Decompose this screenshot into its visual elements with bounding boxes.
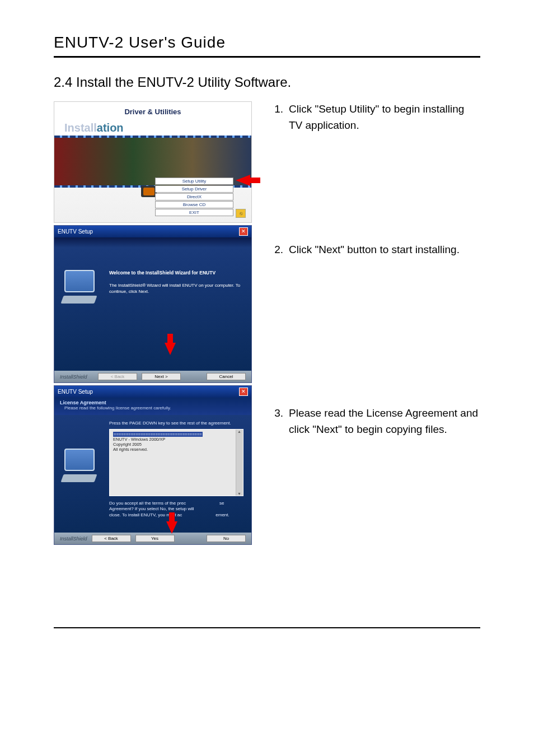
- menu-setup-utility[interactable]: Setup Utility: [155, 178, 233, 185]
- installshield-brand: InstallShield: [60, 536, 87, 542]
- computer-icon: [62, 449, 98, 482]
- step-number: 1.: [268, 101, 289, 133]
- menu-setup-driver[interactable]: Setup Driver: [155, 185, 233, 193]
- next-button[interactable]: Next >: [142, 373, 181, 380]
- computer-icon: [62, 270, 98, 304]
- back-button[interactable]: < Back: [92, 535, 131, 542]
- page-title: ENUTV-2 User's Guide: [54, 34, 480, 52]
- exit-door-icon[interactable]: ⎋: [236, 209, 246, 218]
- scrollbar[interactable]: [236, 430, 243, 496]
- red-arrow-icon: [166, 521, 177, 534]
- launcher-title: Driver & Utilities: [54, 108, 251, 116]
- wizard-title: ENUTV Setup: [58, 228, 93, 235]
- license-subheading: Please read the following license agreem…: [60, 405, 246, 410]
- license-instruction: Press the PAGE DOWN key to see the rest …: [109, 421, 243, 426]
- step-text: Click "Next" button to start installing.: [289, 242, 480, 258]
- launcher-menu: Setup Utility Setup Driver DirectX Brows…: [155, 178, 233, 217]
- header-rule: [54, 56, 480, 58]
- close-icon[interactable]: ✕: [239, 388, 248, 396]
- red-arrow-icon: [165, 343, 176, 355]
- no-button[interactable]: No: [207, 535, 246, 542]
- menu-directx[interactable]: DirectX: [155, 193, 233, 200]
- wizard-license-window: ENUTV Setup ✕ License Agreement Please r…: [54, 385, 252, 545]
- step-text: Click "Setup Utility" to begin installin…: [289, 101, 480, 133]
- step-number: 3.: [268, 405, 289, 437]
- license-heading: License Agreement: [60, 400, 246, 405]
- license-question: Do you accept all the terms of the precs…: [109, 501, 243, 518]
- step-number: 2.: [268, 242, 289, 258]
- close-icon[interactable]: ✕: [239, 227, 248, 236]
- license-textarea[interactable]: ==================================== ENU…: [109, 429, 243, 496]
- back-button: < Back: [98, 373, 137, 380]
- wizard-welcome-window: ENUTV Setup ✕ Welcome to the InstallShie…: [54, 225, 252, 383]
- menu-exit[interactable]: EXIT: [155, 209, 233, 216]
- step-text: Please read the License Agreement and cl…: [289, 405, 480, 437]
- footer-rule: [54, 627, 480, 628]
- wizard-welcome-desc: The InstallShield® Wizard will install E…: [109, 283, 240, 294]
- wizard-welcome-heading: Welcome to the InstallShield Wizard for …: [109, 270, 243, 277]
- installshield-brand: InstallShield: [60, 374, 87, 380]
- launcher-window: Driver & Utilities Installation Setup Ut…: [54, 101, 252, 223]
- installation-word: Installation: [64, 122, 124, 134]
- tv-icon: [141, 186, 157, 197]
- menu-browse-cd[interactable]: Browse CD: [155, 201, 233, 208]
- wizard-title: ENUTV Setup: [58, 389, 93, 395]
- red-arrow-icon: [236, 175, 250, 186]
- yes-button[interactable]: Yes: [135, 535, 175, 542]
- cancel-button[interactable]: Cancel: [207, 373, 246, 380]
- section-title: 2.4 Install the ENUTV-2 Utility Software…: [54, 74, 480, 90]
